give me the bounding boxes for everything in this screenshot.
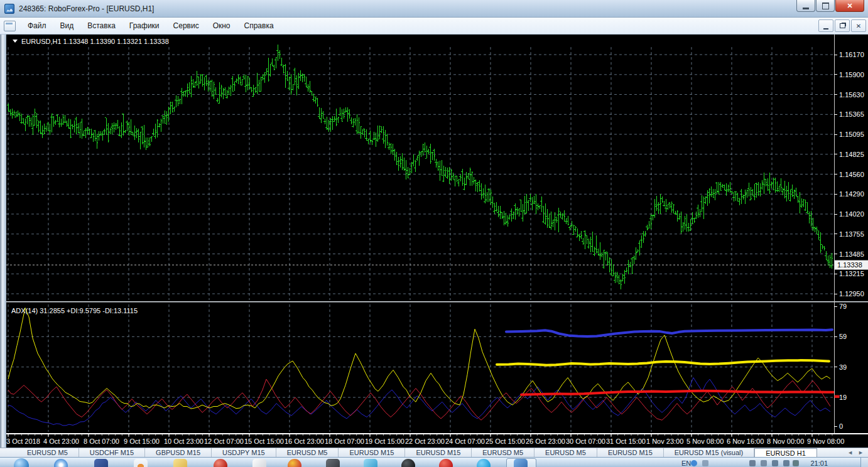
hidden-icons-chevron[interactable] bbox=[749, 460, 756, 466]
indicator-axis-label: 19 bbox=[839, 394, 847, 401]
time-axis-label: 1 Nov 23:00 bbox=[646, 437, 683, 445]
price-axis-label: 1.13485 bbox=[839, 250, 864, 258]
close-button[interactable]: ✕ bbox=[835, 0, 864, 12]
indicator-axis-label: 0 bbox=[839, 422, 843, 430]
metatrader-icon[interactable] bbox=[514, 459, 528, 467]
chart-canvas[interactable]: 1.161701.159001.156301.153651.150951.148… bbox=[6, 35, 868, 448]
panel-separator[interactable] bbox=[6, 301, 868, 303]
window-controls: ✕ bbox=[796, 0, 864, 12]
time-axis-label: 18 Oct 07:00 bbox=[325, 437, 364, 445]
time-axis-label: 30 Oct 07:00 bbox=[566, 437, 605, 445]
chart-tabs: EURUSD M5USDCHF M15GBPUSD M15USDJPY M15E… bbox=[16, 448, 817, 457]
axis-ticks bbox=[834, 55, 837, 426]
power-icon[interactable] bbox=[793, 460, 799, 466]
language-indicator[interactable]: EN bbox=[681, 459, 691, 467]
tab-eurusd-h1-11[interactable]: EURUSD H1 bbox=[754, 448, 817, 457]
tab-usdjpy-m15-3[interactable]: USDJPY M15 bbox=[212, 448, 276, 457]
menu-item-window[interactable]: Окно bbox=[206, 18, 237, 34]
time-axis-label: 26 Oct 23:00 bbox=[526, 437, 565, 445]
indicator-axis-label: 39 bbox=[839, 363, 847, 371]
tab-scroll-left-icon[interactable]: ◄ bbox=[845, 448, 855, 457]
taskbar: EN 21:01 bbox=[0, 457, 868, 467]
mdi-window-controls: ✕ bbox=[817, 19, 866, 32]
internet-explorer-icon[interactable] bbox=[54, 459, 68, 467]
messenger-icon[interactable] bbox=[94, 459, 108, 467]
price-axis-label: 1.12950 bbox=[839, 290, 864, 298]
notepad-icon[interactable] bbox=[252, 459, 266, 467]
time-axis-label: 25 Oct 15:00 bbox=[486, 437, 525, 445]
tab-eurusd-m15-visual-10[interactable]: EURUSD M15 (visual) bbox=[664, 448, 754, 457]
menu-item-charts[interactable]: Графики bbox=[122, 18, 166, 34]
close-icon: ✕ bbox=[847, 2, 852, 10]
minimize-button[interactable] bbox=[796, 0, 815, 12]
menu-item-view[interactable]: Вид bbox=[53, 18, 81, 34]
metatrader-window: 248365: RoboForex-Pro - [EURUSD,H1] ✕ Фа… bbox=[0, 0, 868, 467]
time-axis-label: 5 Nov 08:00 bbox=[686, 437, 724, 445]
title-bar: 248365: RoboForex-Pro - [EURUSD,H1] ✕ bbox=[0, 0, 868, 18]
indicator-axis-label: 59 bbox=[839, 333, 847, 340]
dev-tool-icon[interactable] bbox=[364, 459, 377, 467]
time-axis-label: 8 Nov 00:00 bbox=[767, 437, 804, 445]
folder-icon[interactable] bbox=[173, 459, 187, 467]
tab-usdchf-m15-1[interactable]: USDCHF M15 bbox=[79, 448, 145, 457]
minimize-icon bbox=[803, 8, 809, 9]
time-axis-label: 12 Oct 07:00 bbox=[204, 437, 244, 445]
chart-workarea: 1.161701.159001.156301.153651.150951.148… bbox=[0, 35, 868, 448]
mdi-restore-icon bbox=[840, 23, 845, 28]
tab-eurusd-m15-6[interactable]: EURUSD M15 bbox=[405, 448, 472, 457]
time-axis-label: 15 Oct 15:00 bbox=[244, 437, 284, 445]
tab-eurusd-m15-9[interactable]: EURUSD M15 bbox=[597, 448, 664, 457]
app-icon bbox=[4, 4, 14, 14]
mdi-restore-button[interactable] bbox=[835, 19, 850, 32]
taskbar-clock[interactable]: 21:01 bbox=[810, 459, 828, 467]
skype-icon[interactable] bbox=[477, 459, 491, 467]
time-axis-label: 9 Nov 08:00 bbox=[807, 437, 844, 445]
horizontal-gridlines bbox=[6, 55, 834, 397]
show-desktop-button[interactable] bbox=[860, 458, 868, 467]
tab-eurusd-m15-5[interactable]: EURUSD M15 bbox=[339, 448, 405, 457]
ma-red-line bbox=[521, 391, 833, 395]
menu-item-file[interactable]: Файл bbox=[21, 18, 53, 34]
start-orb-icon[interactable] bbox=[14, 458, 29, 467]
time-axis-major-ticks bbox=[8, 434, 812, 437]
menu-item-service[interactable]: Сервис bbox=[166, 18, 206, 34]
window-title: 248365: RoboForex-Pro - [EURUSD,H1] bbox=[19, 4, 154, 13]
volume-icon[interactable] bbox=[783, 460, 789, 466]
ohlc-bars bbox=[7, 45, 833, 289]
plus-di-line bbox=[8, 378, 830, 426]
tab-eurusd-m5-0[interactable]: EURUSD M5 bbox=[16, 448, 79, 457]
tab-eurusd-m5-7[interactable]: EURUSD M5 bbox=[472, 448, 534, 457]
tab-eurusd-m5-4[interactable]: EURUSD M5 bbox=[276, 448, 339, 457]
symbol-dropdown-icon[interactable] bbox=[13, 40, 18, 43]
indicator-header: ADX(14) 31.2855 +DI:9.5795 -DI:13.1115 bbox=[11, 307, 138, 314]
console-icon[interactable] bbox=[326, 459, 340, 467]
media-player-icon[interactable] bbox=[214, 459, 227, 467]
tab-gbpusd-m15-2[interactable]: GBPUSD M15 bbox=[145, 448, 212, 457]
menu-item-help[interactable]: Справка bbox=[237, 18, 281, 34]
vertical-gridlines bbox=[8, 47, 812, 432]
ie-tray-icon[interactable] bbox=[691, 460, 697, 466]
red-x-icon[interactable] bbox=[439, 459, 453, 467]
price-axis-label: 1.16170 bbox=[839, 51, 864, 58]
network-icon[interactable] bbox=[772, 460, 778, 466]
chart-window-icon bbox=[4, 21, 16, 31]
mdi-close-button[interactable]: ✕ bbox=[851, 19, 866, 32]
maximize-button[interactable] bbox=[816, 0, 835, 12]
menu-item-insert[interactable]: Вставка bbox=[80, 18, 122, 34]
tab-eurusd-m5-8[interactable]: EURUSD M5 bbox=[534, 448, 597, 457]
time-axis-label: 8 Oct 07:00 bbox=[84, 437, 119, 445]
time-axis-label: 4 Oct 23:00 bbox=[43, 437, 79, 445]
mdi-minimize-button[interactable] bbox=[818, 19, 833, 32]
tab-scroll-right-icon[interactable]: ► bbox=[855, 448, 866, 457]
action-center-icon[interactable] bbox=[761, 460, 767, 466]
price-axis-label: 1.13215 bbox=[839, 270, 864, 277]
price-axis-label: 1.15365 bbox=[839, 110, 864, 118]
window-restore-tray-icon[interactable] bbox=[702, 460, 708, 466]
photo-viewer-icon[interactable] bbox=[134, 459, 148, 467]
tab-scroll-buttons: ◄ ► bbox=[845, 448, 866, 457]
time-axis-label: 31 Oct 15:00 bbox=[606, 437, 646, 445]
window-left-border bbox=[0, 35, 6, 457]
chrome-icon[interactable] bbox=[288, 459, 301, 467]
maximize-icon bbox=[822, 3, 829, 9]
audio-app-icon[interactable] bbox=[401, 459, 415, 467]
